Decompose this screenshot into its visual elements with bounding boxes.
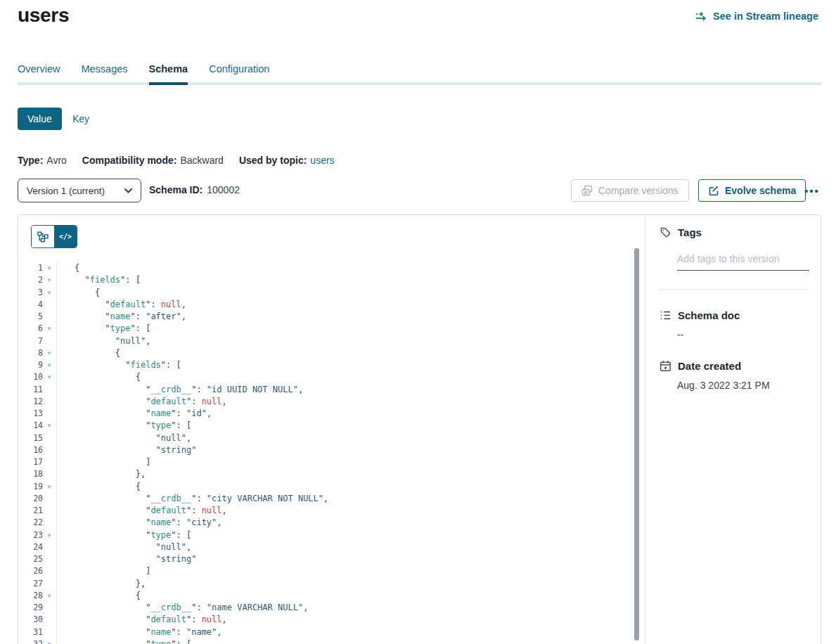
schema-meta-row: Type: Avro Compatibility mode: Backward … bbox=[18, 155, 335, 166]
code-view-icon: </> bbox=[59, 233, 72, 240]
code-line: 6▼ "type": [ bbox=[19, 323, 634, 335]
tab-messages[interactable]: Messages bbox=[81, 63, 127, 85]
fold-spacer bbox=[43, 311, 56, 323]
fold-spacer bbox=[43, 493, 56, 505]
value-toggle-button[interactable]: Value bbox=[18, 108, 62, 130]
line-number: 31 bbox=[19, 626, 43, 638]
fold-caret-icon[interactable]: ▼ bbox=[43, 347, 56, 359]
version-select[interactable]: Version 1 (current) bbox=[18, 179, 141, 202]
tab-overview[interactable]: Overview bbox=[18, 63, 60, 85]
code-line-text: "default": null, bbox=[57, 396, 227, 408]
line-number: 19 bbox=[19, 481, 43, 493]
schema-id-label: Schema ID: bbox=[149, 184, 202, 195]
fold-spacer bbox=[43, 541, 56, 553]
code-line: 4 "default": null, bbox=[19, 299, 634, 311]
tab-schema[interactable]: Schema bbox=[149, 63, 188, 85]
fold-caret-icon[interactable]: ▼ bbox=[43, 287, 56, 299]
code-line-text: "null", bbox=[57, 432, 191, 444]
gutter: 7 bbox=[19, 335, 57, 347]
scrollbar-thumb[interactable] bbox=[634, 248, 639, 640]
date-created-heading: Date created bbox=[660, 360, 808, 372]
code-line-text: "string" bbox=[57, 553, 196, 565]
line-number: 28 bbox=[19, 590, 43, 602]
tags-input[interactable] bbox=[677, 253, 809, 264]
gutter: 16 bbox=[19, 444, 57, 456]
line-number: 24 bbox=[19, 541, 43, 553]
line-number: 22 bbox=[19, 517, 43, 529]
fold-caret-icon[interactable]: ▼ bbox=[43, 359, 56, 371]
key-toggle-button[interactable]: Key bbox=[72, 113, 89, 124]
fold-caret-icon[interactable]: ▼ bbox=[43, 638, 56, 644]
line-number: 11 bbox=[19, 384, 43, 396]
code-line: 17 ] bbox=[19, 456, 634, 468]
evolve-schema-label: Evolve schema bbox=[725, 185, 796, 196]
code-viewport[interactable]: 1▼{2▼ "fields": [3▼ {4 "default": null,5… bbox=[19, 262, 634, 644]
gutter: 8▼ bbox=[19, 347, 57, 359]
code-line-text: "fields": [ bbox=[57, 359, 181, 371]
code-view-button[interactable]: </> bbox=[54, 226, 77, 247]
line-number: 16 bbox=[19, 444, 43, 456]
line-number: 30 bbox=[19, 614, 43, 626]
code-line: 25 "string" bbox=[19, 553, 634, 565]
line-number: 14 bbox=[19, 420, 43, 432]
stream-lineage-link[interactable]: See in Stream lineage bbox=[695, 11, 818, 22]
code-line: 16 "string" bbox=[19, 444, 634, 456]
evolve-schema-button[interactable]: Evolve schema bbox=[698, 179, 806, 202]
gutter: 14▼ bbox=[19, 420, 57, 432]
line-number: 21 bbox=[19, 505, 43, 517]
fold-caret-icon[interactable]: ▼ bbox=[43, 481, 56, 493]
code-line-text: ] bbox=[57, 565, 150, 577]
fold-caret-icon[interactable]: ▼ bbox=[43, 262, 56, 274]
code-line: 24 "null", bbox=[19, 541, 634, 553]
gutter: 31 bbox=[19, 626, 57, 638]
code-line: 29 "__crdb__": "name VARCHAR NULL", bbox=[19, 602, 634, 614]
fold-caret-icon[interactable]: ▼ bbox=[43, 323, 56, 335]
line-number: 1 bbox=[19, 262, 43, 274]
schema-id-value: 100002 bbox=[207, 184, 240, 195]
line-number: 27 bbox=[19, 578, 43, 590]
code-line: 2▼ "fields": [ bbox=[19, 274, 634, 286]
fold-caret-icon[interactable]: ▼ bbox=[43, 529, 56, 541]
code-line-text: "null", bbox=[57, 541, 191, 553]
gutter: 24 bbox=[19, 541, 57, 553]
gutter: 13 bbox=[19, 408, 57, 420]
fold-caret-icon[interactable]: ▼ bbox=[43, 590, 56, 602]
code-line: 20 "__crdb__": "city VARCHAR NOT NULL", bbox=[19, 493, 634, 505]
gutter: 12 bbox=[19, 396, 57, 408]
line-number: 32 bbox=[19, 638, 43, 644]
code-line-text: "name": "name", bbox=[57, 626, 222, 638]
code-line: 28▼ { bbox=[19, 590, 634, 602]
fold-spacer bbox=[43, 517, 56, 529]
gutter: 6▼ bbox=[19, 323, 57, 335]
code-line-text: "__crdb__": "name VARCHAR NULL", bbox=[57, 602, 308, 614]
line-number: 29 bbox=[19, 602, 43, 614]
compare-versions-button[interactable]: Compare versions bbox=[571, 179, 689, 202]
code-line-text: "null", bbox=[57, 335, 150, 347]
fold-spacer bbox=[43, 408, 56, 420]
code-line: 11 "__crdb__": "id UUID NOT NULL", bbox=[19, 384, 634, 396]
fold-caret-icon[interactable]: ▼ bbox=[43, 274, 56, 286]
fold-spacer bbox=[43, 505, 56, 517]
code-line-text: "type": [ bbox=[57, 323, 150, 335]
line-number: 9 bbox=[19, 359, 43, 371]
fold-caret-icon[interactable]: ▼ bbox=[43, 420, 56, 432]
schema-sidebar: Tags Schema doc -- bbox=[646, 215, 821, 644]
code-line-text: "name": "city", bbox=[57, 517, 222, 529]
used-by-topic-label: Used by topic: bbox=[239, 155, 307, 166]
more-options-button[interactable]: ••• bbox=[804, 179, 820, 202]
code-line-text: { bbox=[57, 347, 120, 359]
tree-view-button[interactable] bbox=[32, 226, 54, 247]
gutter: 20 bbox=[19, 493, 57, 505]
topic-link[interactable]: users bbox=[310, 155, 334, 166]
sidebar-divider bbox=[660, 289, 808, 290]
version-select-value: Version 1 (current) bbox=[27, 186, 105, 196]
schema-code-editor: </> 1▼{2▼ "fields": [3▼ {4 "default": nu… bbox=[18, 215, 645, 644]
code-line-text: { bbox=[57, 371, 141, 383]
tag-icon bbox=[660, 226, 671, 238]
tab-configuration[interactable]: Configuration bbox=[209, 63, 269, 85]
fold-caret-icon[interactable]: ▼ bbox=[43, 371, 56, 383]
gutter: 25 bbox=[19, 553, 57, 565]
code-line-text: "type": [ bbox=[57, 638, 191, 644]
code-line-text: "default": null, bbox=[57, 614, 227, 626]
line-number: 2 bbox=[19, 274, 43, 286]
